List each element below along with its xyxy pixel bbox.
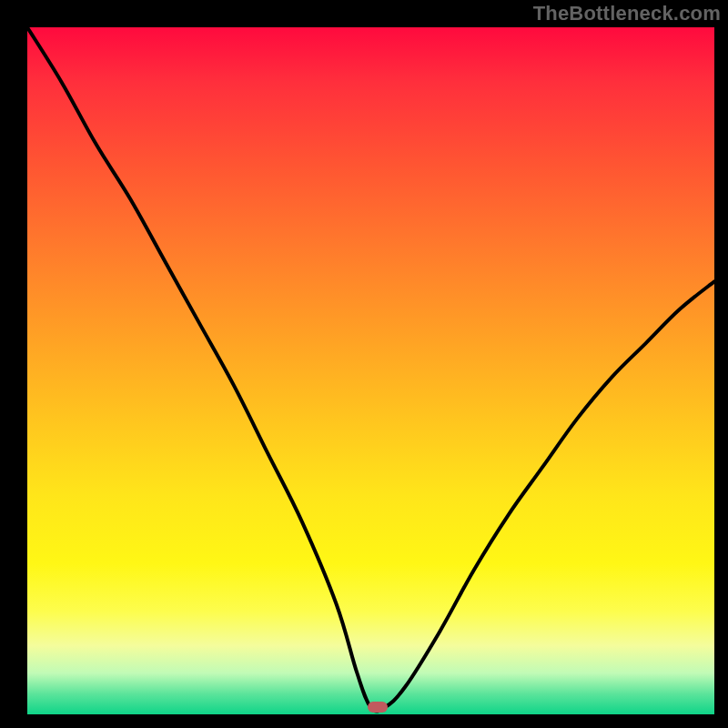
plot-area (27, 27, 714, 714)
chart-frame: TheBottleneck.com (0, 0, 728, 728)
optimum-marker (368, 702, 388, 713)
bottleneck-curve (27, 27, 714, 712)
curve-layer (27, 27, 714, 714)
watermark-label: TheBottleneck.com (533, 2, 721, 25)
